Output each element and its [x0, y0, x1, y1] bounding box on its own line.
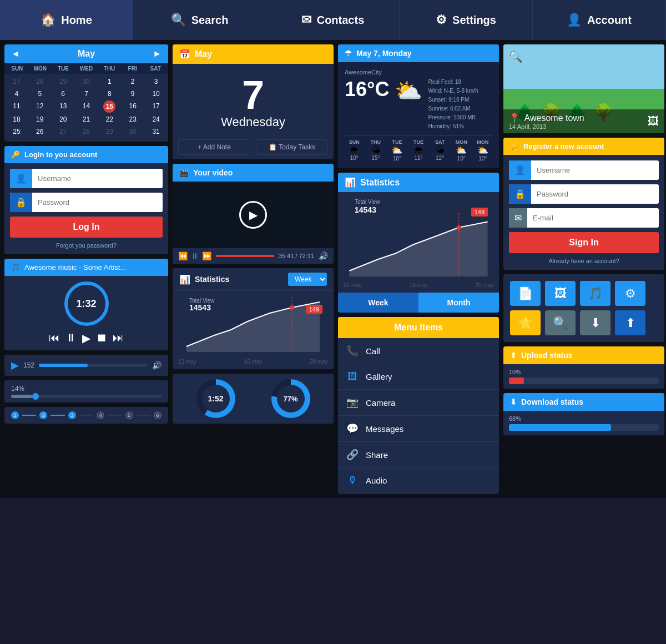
reg-password-input[interactable]: [531, 185, 659, 203]
cal-day-cell[interactable]: 27: [6, 76, 28, 87]
cal-day-cell[interactable]: 8: [98, 88, 120, 99]
reg-username-input[interactable]: [531, 162, 659, 179]
cal-day-cell[interactable]: 22: [98, 114, 120, 125]
may-date-widget: 📅 May 7 Wednesday + Add Note 📋 Today Tas…: [173, 44, 334, 159]
gallery-icon-box[interactable]: 🖼: [545, 281, 576, 306]
step-5[interactable]: 5: [125, 411, 133, 419]
signin-button[interactable]: Sign In: [509, 232, 659, 253]
cal-day-cell[interactable]: 28: [29, 76, 51, 87]
pct-bar[interactable]: [11, 395, 162, 398]
music-pause-btn[interactable]: ⏸: [65, 331, 77, 345]
week-month-row: Week Month: [338, 293, 499, 313]
reg-email-input[interactable]: [527, 209, 659, 227]
cal-day-cell[interactable]: 15: [103, 100, 115, 113]
cal-day-cell[interactable]: 29: [98, 126, 120, 137]
upload-icon-box[interactable]: ⬆: [615, 310, 645, 335]
video-progress-bar[interactable]: [216, 255, 274, 257]
login-button[interactable]: Log In: [10, 217, 163, 238]
audio-play-icon[interactable]: ▶: [11, 359, 19, 371]
cal-day-cell[interactable]: 30: [122, 126, 144, 137]
cal-day-cell[interactable]: 4: [6, 88, 28, 99]
cal-day-cell[interactable]: 12: [29, 100, 51, 113]
cal-day-cell[interactable]: 25: [6, 126, 28, 137]
audio-progress-bar[interactable]: [39, 364, 148, 367]
music-play-btn[interactable]: ▶: [82, 331, 90, 345]
forgot-password-link[interactable]: Forgot you password?: [10, 242, 163, 249]
search2-icon-box[interactable]: 🔍: [545, 310, 576, 335]
music-stop-btn[interactable]: ⏹: [96, 331, 107, 345]
video-player[interactable]: ▶: [173, 182, 334, 248]
username-input[interactable]: [32, 170, 163, 187]
video-rewind-icon[interactable]: ⏪: [178, 251, 188, 260]
cal-day-cell[interactable]: 23: [122, 114, 144, 125]
cal-day-cell[interactable]: 20: [52, 114, 74, 125]
step-1[interactable]: 1: [11, 411, 19, 419]
cal-day-cell[interactable]: 28: [75, 126, 98, 137]
menu-item[interactable]: 🖼Gallery: [338, 364, 499, 390]
location-photo-icon[interactable]: 🖼: [648, 115, 659, 128]
cal-day-cell[interactable]: 27: [52, 126, 74, 137]
settings-icon: ⚙: [436, 13, 447, 27]
cal-day-cell[interactable]: 2: [122, 76, 144, 87]
volume-icon[interactable]: 🔊: [152, 361, 162, 370]
video-fwd-icon[interactable]: ⏩: [202, 251, 211, 260]
cal-day-cell[interactable]: 16: [122, 100, 144, 113]
week-button[interactable]: Week: [338, 293, 418, 313]
download-icon-box[interactable]: ⬇: [580, 310, 610, 335]
cal-day-cell[interactable]: 5: [29, 88, 51, 99]
cal-next-arrow[interactable]: ►: [153, 49, 162, 59]
menu-item[interactable]: 💬Messages: [338, 416, 499, 442]
menu-item[interactable]: 📷Camera: [338, 390, 499, 416]
nav-settings[interactable]: ⚙ Settings: [400, 0, 533, 40]
cal-day-cell[interactable]: 24: [145, 114, 167, 125]
music-prev-btn[interactable]: ⏮: [49, 331, 60, 345]
cal-day-cell[interactable]: 11: [6, 100, 28, 113]
video-volume-icon[interactable]: 🔊: [319, 251, 328, 260]
chart-badge: 149: [306, 305, 322, 314]
nav-search[interactable]: 🔍 Search: [133, 0, 266, 40]
register-header: 🔑 Register a new account: [503, 138, 664, 155]
cal-day-cell[interactable]: 29: [52, 76, 74, 87]
cal-day-cell[interactable]: 31: [145, 126, 167, 137]
nav-home[interactable]: 🏠 Home: [0, 0, 133, 40]
cal-day-cell[interactable]: 18: [6, 114, 28, 125]
nav-contacts[interactable]: ✉ Contacts: [266, 0, 400, 40]
search-sm-icon[interactable]: 🔍: [509, 50, 523, 63]
month-button[interactable]: Month: [418, 293, 499, 313]
cal-day-cell[interactable]: 14: [75, 100, 98, 113]
cal-day-cell[interactable]: 30: [75, 76, 98, 87]
cal-day-cell[interactable]: 13: [52, 100, 74, 113]
menu-item[interactable]: 📞Call: [338, 338, 499, 364]
step-4[interactable]: 4: [97, 411, 104, 419]
video-pause-icon[interactable]: ⏸: [191, 251, 199, 260]
cal-prev-arrow[interactable]: ◄: [11, 49, 20, 59]
cal-day-cell[interactable]: 26: [29, 126, 51, 137]
already-account-link[interactable]: Already have an account?: [509, 258, 659, 264]
add-note-button[interactable]: + Add Note: [178, 139, 250, 155]
cal-day-cell[interactable]: 9: [122, 88, 144, 99]
stats-title-row: 📊 Statistics: [179, 274, 229, 285]
star-icon-box[interactable]: ⭐: [510, 310, 541, 335]
today-tasks-button[interactable]: 📋 Today Tasks: [256, 139, 328, 155]
step-3[interactable]: 3: [68, 411, 76, 419]
cal-day-cell[interactable]: 1: [98, 76, 120, 87]
step-6[interactable]: 6: [154, 411, 162, 419]
cal-day-cell[interactable]: 21: [75, 114, 98, 125]
cal-day-cell[interactable]: 7: [75, 88, 98, 99]
settings-icon-box[interactable]: ⚙: [615, 281, 645, 306]
nav-account[interactable]: 👤 Account: [533, 0, 666, 40]
password-input[interactable]: [32, 194, 163, 211]
music-icon-box[interactable]: 🎵: [580, 281, 610, 306]
week-dropdown[interactable]: Week Month: [288, 273, 327, 286]
cal-day-cell[interactable]: 10: [145, 88, 167, 99]
document-icon-box[interactable]: 📄: [510, 281, 541, 306]
cal-day-cell[interactable]: 19: [29, 114, 51, 125]
menu-item[interactable]: 🎙Audio: [338, 468, 499, 494]
video-play-btn[interactable]: ▶: [239, 201, 267, 229]
menu-item[interactable]: 🔗Share: [338, 442, 499, 468]
cal-day-cell[interactable]: 17: [145, 100, 167, 113]
cal-day-cell[interactable]: 3: [145, 76, 167, 87]
step-2[interactable]: 2: [39, 411, 47, 419]
music-next-btn[interactable]: ⏭: [113, 331, 124, 345]
cal-day-cell[interactable]: 6: [52, 88, 74, 99]
